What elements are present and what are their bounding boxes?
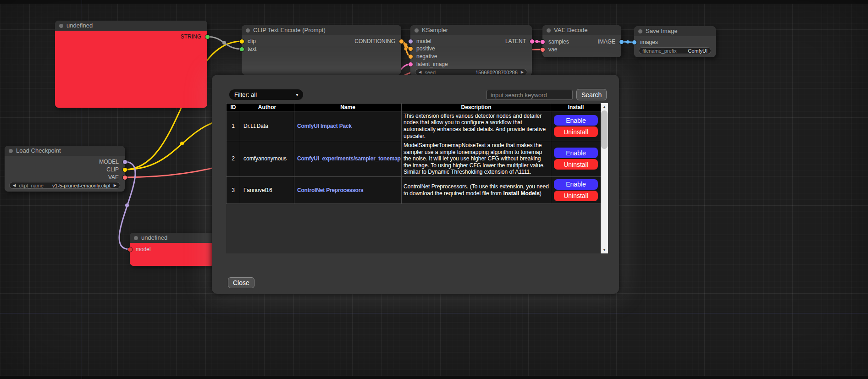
table-scrollbar[interactable]: ▲ ▼	[601, 103, 608, 253]
cell-install: Enable Uninstall	[551, 141, 601, 177]
input-images[interactable]: images	[634, 39, 716, 45]
cell-install: Enable Uninstall	[551, 176, 601, 203]
node-undefined-string[interactable]: undefined STRING	[55, 21, 207, 108]
enable-button[interactable]: Enable	[554, 148, 598, 158]
uninstall-button[interactable]: Uninstall	[554, 159, 598, 170]
node-save-image[interactable]: Save Image images filename_prefix ComfyU…	[634, 26, 716, 57]
cell-description: This extension offers various detector n…	[402, 111, 551, 141]
node-collapse-dot[interactable]	[415, 28, 419, 33]
cell-author: Dr.Lt.Data	[240, 111, 294, 141]
cell-install: Enable Uninstall	[551, 111, 601, 141]
node-undefined-model[interactable]: undefined model	[130, 233, 215, 266]
node-collapse-dot[interactable]	[547, 28, 551, 33]
node-collapse-dot[interactable]	[9, 149, 13, 153]
enable-button[interactable]: Enable	[554, 115, 598, 126]
cell-id: 3	[227, 176, 240, 203]
header-id: ID	[227, 104, 240, 111]
close-button[interactable]: Close	[228, 277, 254, 288]
filename-prefix-widget[interactable]: filename_prefix ComfyUI	[639, 47, 711, 54]
next-value-icon[interactable]: ▶	[114, 182, 116, 188]
table-row: 3 Fannovel16 ControlNet Preprocessors Co…	[227, 176, 601, 203]
enable-button[interactable]: Enable	[554, 179, 598, 190]
negative-port-dot[interactable]	[409, 55, 413, 59]
input-text[interactable]: text	[242, 46, 401, 52]
node-collapse-dot[interactable]	[638, 29, 642, 33]
cell-author: Fannovel16	[240, 176, 294, 203]
ckpt-name-widget[interactable]: ◀ ckpt_name v1-5-pruned-emaonly.ckpt ▶	[9, 182, 120, 189]
extension-link[interactable]: ComfyUI Impact Pack	[297, 123, 352, 129]
text-port-dot[interactable]	[240, 47, 244, 51]
extension-table-container: ID Author Name Description Install 1 Dr.…	[226, 103, 608, 253]
images-port-dot[interactable]	[632, 40, 636, 44]
node-collapse-dot[interactable]	[246, 28, 250, 33]
conditioning-port-dot[interactable]	[399, 39, 404, 44]
uninstall-button[interactable]: Uninstall	[554, 126, 598, 137]
input-vae[interactable]: vae	[542, 46, 621, 53]
header-description: Description	[402, 104, 551, 111]
input-positive[interactable]: positive	[410, 45, 532, 52]
node-title-bar: KSampler	[410, 25, 532, 35]
output-string[interactable]: STRING	[55, 33, 207, 40]
cell-name: ComfyUI Impact Pack	[294, 111, 402, 141]
model-out-port-dot[interactable]	[123, 160, 127, 164]
input-negative[interactable]: negative	[410, 53, 532, 60]
extension-table: ID Author Name Description Install 1 Dr.…	[226, 103, 601, 204]
cell-id: 2	[227, 141, 240, 177]
wire-dot	[222, 41, 226, 45]
extension-link[interactable]: ComfyUI_experiments/sampler_tonemap	[297, 155, 401, 162]
search-button[interactable]: Search	[576, 89, 607, 100]
node-title: VAE Decode	[554, 27, 587, 33]
cell-description: ControlNet Preprocessors. (To use this e…	[402, 176, 551, 203]
input-model[interactable]: model	[130, 246, 215, 253]
positive-port-dot[interactable]	[409, 47, 413, 51]
vae-out-port-dot[interactable]	[123, 176, 127, 180]
string-port-dot[interactable]	[205, 35, 210, 39]
input-latent-image[interactable]: latent_image	[410, 61, 532, 67]
cell-description: ModelSamplerTonemapNoiseTest a node that…	[402, 141, 551, 177]
node-error-body	[55, 31, 207, 108]
output-conditioning[interactable]: CONDITIONING	[242, 38, 401, 44]
wire-dot	[536, 40, 539, 43]
output-latent[interactable]: LATENT	[410, 38, 532, 44]
vae-port-dot[interactable]	[541, 48, 545, 52]
node-vae-decode[interactable]: VAE Decode samples vae IMAGE	[542, 25, 621, 57]
node-title-bar: undefined	[130, 233, 215, 243]
wire-dot	[125, 203, 129, 207]
prev-value-icon[interactable]: ◀	[13, 182, 16, 188]
table-row: 1 Dr.Lt.Data ComfyUI Impact Pack This ex…	[227, 111, 601, 141]
node-title: undefined	[141, 234, 167, 241]
wire-dot	[404, 47, 408, 50]
node-clip-text-encode[interactable]: CLIP Text Encode (Prompt) clip text COND…	[242, 25, 401, 75]
node-title: CLIP Text Encode (Prompt)	[253, 27, 326, 33]
node-collapse-dot[interactable]	[59, 24, 63, 28]
node-title: Load Checkpoint	[16, 147, 61, 154]
table-row: 2 comfyanonymous ComfyUI_experiments/sam…	[227, 141, 601, 177]
node-title-bar: CLIP Text Encode (Prompt)	[242, 25, 401, 35]
node-collapse-dot[interactable]	[134, 236, 138, 240]
output-vae[interactable]: VAE	[5, 174, 125, 181]
search-input[interactable]	[487, 90, 573, 100]
node-load-checkpoint[interactable]: Load Checkpoint MODEL CLIP VAE ◀ ckpt_na…	[5, 146, 125, 192]
filter-dropdown[interactable]: Filter: all ▼	[229, 89, 303, 100]
scroll-up-icon[interactable]: ▲	[601, 103, 608, 110]
model-port-dot[interactable]	[128, 247, 132, 252]
clip-out-port-dot[interactable]	[123, 168, 127, 172]
node-ksampler[interactable]: KSampler model positive negative latent_…	[410, 25, 532, 76]
filter-selected-value: Filter: all	[234, 91, 257, 98]
node-title: Save Image	[646, 27, 677, 34]
wire-dot	[404, 44, 408, 47]
output-image[interactable]: IMAGE	[542, 38, 621, 45]
extension-link[interactable]: ControlNet Preprocessors	[297, 187, 364, 193]
image-port-dot[interactable]	[619, 40, 624, 44]
output-clip[interactable]: CLIP	[5, 166, 125, 173]
cell-name: ControlNet Preprocessors	[294, 176, 402, 203]
scrollbar-thumb[interactable]	[601, 110, 608, 149]
latent-port-dot[interactable]	[409, 62, 413, 66]
uninstall-button[interactable]: Uninstall	[554, 191, 598, 201]
scroll-down-icon[interactable]: ▼	[601, 247, 608, 253]
node-title: KSampler	[422, 27, 448, 33]
latent-out-port-dot[interactable]	[530, 39, 534, 44]
output-model[interactable]: MODEL	[5, 159, 125, 165]
cell-name: ComfyUI_experiments/sampler_tonemap	[294, 141, 402, 177]
wire-dot	[626, 40, 630, 44]
